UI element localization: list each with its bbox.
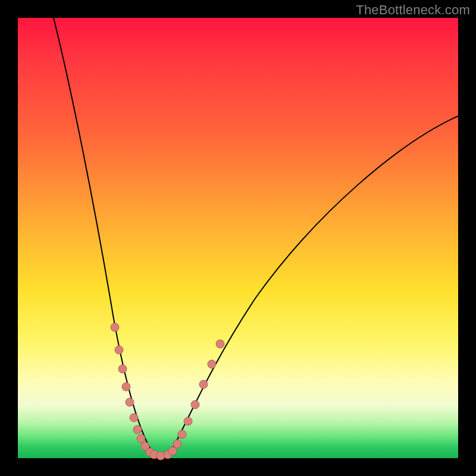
- marker-dot: [133, 425, 142, 434]
- marker-dot: [184, 417, 192, 425]
- right-curve: [170, 116, 458, 454]
- marker-dot: [126, 398, 134, 406]
- marker-dot: [118, 365, 127, 373]
- marker-dot: [115, 346, 123, 354]
- marker-dot: [137, 434, 145, 443]
- marker-dot: [122, 383, 130, 391]
- watermark-text: TheBottleneck.com: [356, 2, 470, 18]
- chart-container: TheBottleneck.com: [0, 0, 476, 476]
- marker-dot: [178, 430, 186, 439]
- plot-area: [18, 18, 458, 458]
- curve-svg: [18, 18, 458, 458]
- left-curve: [54, 18, 154, 454]
- marker-dot: [208, 360, 216, 368]
- marker-dot: [130, 414, 138, 422]
- marker-dot: [191, 400, 199, 409]
- marker-dot: [111, 323, 119, 331]
- marker-dot: [168, 447, 177, 455]
- marker-dot: [173, 440, 181, 448]
- marker-dot: [199, 380, 208, 389]
- marker-dot: [216, 340, 224, 348]
